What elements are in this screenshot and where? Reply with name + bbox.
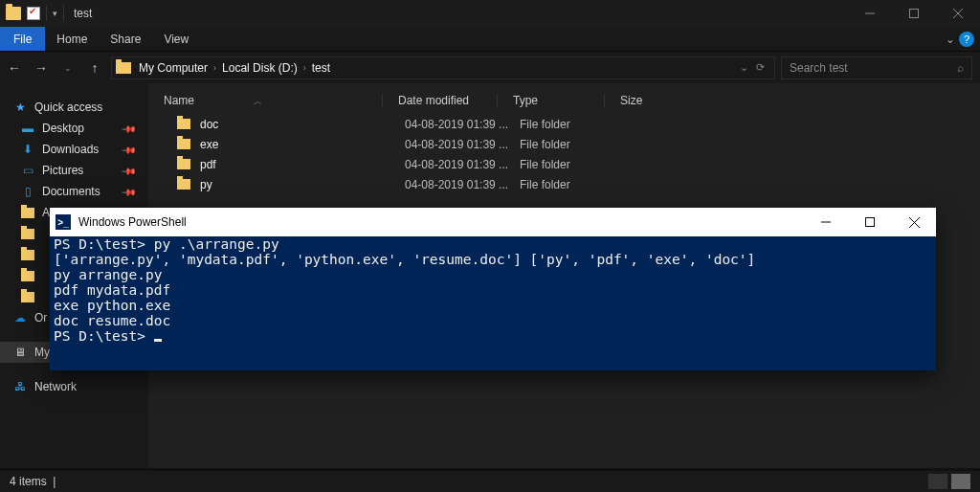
cloud-icon: ☁ (13, 311, 27, 324)
tab-view[interactable]: View (152, 27, 200, 51)
close-button[interactable] (892, 208, 936, 236)
sidebar-item-desktop[interactable]: ▬Desktop📌 (0, 118, 148, 139)
chevron-right-icon: › (213, 63, 216, 73)
folder-icon (21, 208, 34, 218)
cell-date: 04-08-2019 01:39 ... (405, 138, 520, 151)
maximize-button[interactable] (848, 208, 892, 236)
tab-share[interactable]: Share (99, 27, 152, 51)
forward-button[interactable]: → (31, 60, 52, 76)
powershell-title: Windows PowerShell (78, 215, 187, 229)
table-row[interactable]: exe04-08-2019 01:39 ...File folder (148, 134, 980, 154)
pictures-icon: ▭ (21, 164, 34, 177)
separator (63, 6, 64, 21)
powershell-window: >_ Windows PowerShell PS D:\test> py .\a… (50, 208, 936, 370)
table-row[interactable]: pdf04-08-2019 01:39 ...File folder (148, 154, 980, 174)
address-dropdown-icon[interactable]: ⌄ (740, 61, 748, 74)
powershell-console[interactable]: PS D:\test> py .\arrange.py ['arrange.py… (50, 236, 936, 370)
minimize-button[interactable] (804, 208, 848, 236)
sidebar-label: Pictures (42, 164, 83, 177)
tab-home[interactable]: Home (45, 27, 99, 51)
folder-icon (177, 119, 190, 129)
cell-type: File folder (520, 118, 627, 131)
ribbon-tabs: File Home Share View ⌄ ? (0, 27, 980, 51)
column-date[interactable]: Date modified (382, 94, 497, 107)
folder-icon (21, 250, 34, 260)
documents-icon: ▯ (21, 185, 34, 198)
explorer-titlebar: ▾ test (0, 0, 980, 27)
status-count: 4 items (10, 475, 47, 488)
sidebar-label: Desktop (42, 122, 84, 135)
sidebar-item-network[interactable]: 🖧Network (0, 376, 148, 397)
folder-icon (21, 292, 34, 302)
address-bar[interactable]: My Computer› Local Disk (D:)› test ⌄⟳ (111, 56, 775, 79)
cell-date: 04-08-2019 01:39 ... (405, 118, 520, 131)
folder-icon (116, 62, 131, 74)
desktop-icon: ▬ (21, 122, 34, 135)
pin-icon: 📌 (122, 142, 137, 157)
sidebar-item-downloads[interactable]: ⬇Downloads📌 (0, 139, 148, 160)
tab-file[interactable]: File (0, 27, 45, 51)
qat-dropdown-icon[interactable]: ▾ (53, 9, 57, 18)
recent-dropdown-icon[interactable]: ⌄ (57, 63, 78, 73)
sidebar-item-pictures[interactable]: ▭Pictures📌 (0, 160, 148, 181)
column-headers: Name︿ Date modified Type Size (148, 87, 980, 114)
separator (46, 6, 47, 21)
pin-icon: 📌 (122, 163, 137, 178)
column-type[interactable]: Type (497, 94, 604, 107)
folder-icon (177, 179, 190, 190)
minimize-button[interactable] (848, 0, 892, 27)
svg-rect-1 (866, 218, 875, 227)
powershell-titlebar[interactable]: >_ Windows PowerShell (50, 208, 936, 236)
window-title: test (74, 7, 92, 20)
back-button[interactable]: ← (4, 60, 25, 76)
sidebar-label: Or (34, 311, 47, 324)
cell-name: exe (200, 138, 405, 151)
star-icon: ★ (13, 101, 27, 114)
column-size[interactable]: Size (604, 94, 680, 107)
sidebar-label: Documents (42, 185, 100, 198)
ribbon-collapse-icon[interactable]: ⌄ (946, 33, 955, 46)
cell-type: File folder (520, 138, 627, 151)
help-icon[interactable]: ? (959, 32, 974, 47)
sidebar-label: My (34, 346, 50, 359)
folder-icon (6, 7, 21, 20)
computer-icon: 🖥 (13, 346, 27, 359)
maximize-button[interactable] (892, 0, 936, 27)
cell-date: 04-08-2019 01:39 ... (405, 178, 520, 191)
cell-name: doc (200, 118, 405, 131)
navigation-bar: ← → ⌄ ↑ My Computer› Local Disk (D:)› te… (0, 51, 980, 83)
network-icon: 🖧 (13, 380, 27, 393)
table-row[interactable]: py04-08-2019 01:39 ...File folder (148, 174, 980, 194)
search-placeholder: Search test (790, 61, 848, 75)
breadcrumb[interactable]: test (308, 61, 334, 75)
sidebar-label: Downloads (42, 143, 99, 156)
chevron-right-icon: › (303, 63, 306, 73)
column-name[interactable]: Name︿ (148, 94, 382, 107)
sidebar-label: Quick access (34, 101, 102, 114)
cell-type: File folder (520, 178, 627, 191)
folder-icon (177, 139, 190, 149)
view-icons-button[interactable] (951, 474, 970, 489)
view-details-button[interactable] (928, 474, 947, 489)
breadcrumb[interactable]: My Computer (135, 61, 212, 75)
refresh-icon[interactable]: ⟳ (756, 61, 765, 74)
cell-date: 04-08-2019 01:39 ... (405, 158, 520, 171)
cell-name: pdf (200, 158, 405, 171)
sort-asc-icon: ︿ (254, 96, 262, 108)
svg-rect-0 (910, 10, 919, 18)
cell-type: File folder (520, 158, 627, 171)
sidebar-quick-access[interactable]: ★Quick access (0, 97, 148, 118)
qat-properties-icon[interactable] (27, 7, 40, 20)
sidebar-item-documents[interactable]: ▯Documents📌 (0, 181, 148, 202)
cell-name: py (200, 178, 405, 191)
close-button[interactable] (936, 0, 980, 27)
search-icon: ⌕ (957, 61, 964, 75)
up-button[interactable]: ↑ (84, 60, 105, 76)
cursor (154, 339, 162, 342)
table-row[interactable]: doc04-08-2019 01:39 ...File folder (148, 114, 980, 134)
sidebar-label: Network (34, 380, 77, 393)
breadcrumb[interactable]: Local Disk (D:) (218, 61, 301, 75)
pin-icon: 📌 (122, 121, 137, 136)
status-bar: 4 items | (0, 471, 980, 492)
search-input[interactable]: Search test ⌕ (781, 56, 972, 79)
